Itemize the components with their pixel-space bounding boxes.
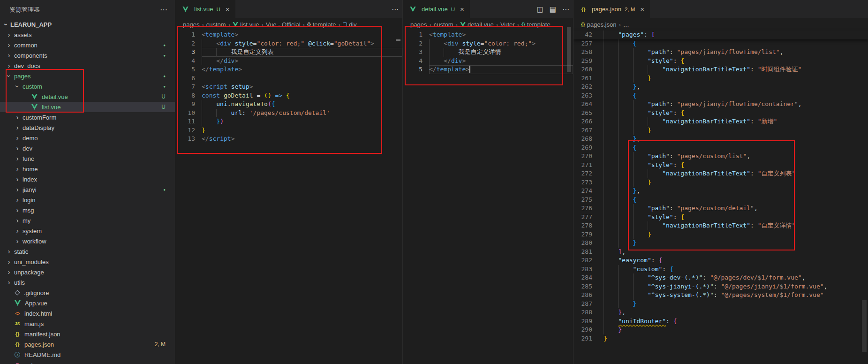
breadcrumb-item[interactable]: {}template bbox=[521, 21, 551, 28]
tree-item-workflow[interactable]: ›workflow bbox=[0, 236, 175, 246]
code-line[interactable]: 274 }, bbox=[574, 187, 868, 196]
code-line[interactable]: 280 } bbox=[574, 239, 868, 248]
breadcrumb-item[interactable]: {}template bbox=[307, 21, 336, 28]
code-line[interactable]: 270 "path": "pages/custom/list", bbox=[574, 152, 868, 161]
line-number[interactable]: 270 bbox=[574, 152, 592, 161]
line-number[interactable]: 261 bbox=[574, 74, 592, 83]
breadcrumb-item[interactable]: {}pages.json bbox=[581, 21, 616, 28]
code-line[interactable]: 258 "path": "pages/jianyi/flowTime/list"… bbox=[574, 48, 868, 57]
line-number[interactable]: 2 bbox=[175, 39, 195, 48]
editor-action-more-icon[interactable]: ⋯ bbox=[392, 5, 399, 14]
line-number[interactable]: 12 bbox=[175, 126, 195, 135]
line-number[interactable]: 280 bbox=[574, 239, 592, 248]
line-number[interactable]: 10 bbox=[175, 109, 195, 118]
code-line[interactable]: 3 我是自定义详情 bbox=[403, 48, 573, 57]
chevron-right-icon[interactable]: › bbox=[13, 206, 22, 214]
code-line[interactable]: 283 "custom": { bbox=[574, 265, 868, 274]
code-line[interactable]: 260 "navigationBarTitleText": "时间组件验证" bbox=[574, 65, 868, 74]
chevron-right-icon[interactable]: › bbox=[13, 165, 22, 173]
line-number[interactable]: 42 bbox=[574, 30, 592, 39]
chevron-right-icon[interactable]: › bbox=[5, 52, 13, 59]
close-icon[interactable]: × bbox=[226, 5, 230, 13]
tree-item-utils[interactable]: ›utils bbox=[0, 277, 175, 288]
scrollbar-thumb[interactable] bbox=[862, 300, 867, 352]
tree-item-func[interactable]: ›func bbox=[0, 153, 175, 164]
code-line[interactable]: 264 "path": "pages/jianyi/flowTime/conta… bbox=[574, 100, 868, 109]
tree-item-static[interactable]: ›static bbox=[0, 246, 175, 257]
line-number[interactable]: 278 bbox=[574, 221, 592, 230]
line-number[interactable]: 260 bbox=[574, 65, 592, 74]
tab-detail-vue[interactable]: detail.vue U × bbox=[403, 0, 470, 18]
line-number[interactable]: 6 bbox=[175, 74, 195, 83]
line-number[interactable]: 276 bbox=[574, 204, 592, 213]
chevron-right-icon[interactable]: › bbox=[13, 196, 22, 204]
line-number[interactable]: 7 bbox=[175, 83, 195, 91]
line-number[interactable]: 11 bbox=[175, 117, 195, 126]
code-line[interactable]: 5</template> bbox=[403, 65, 573, 74]
code-line[interactable]: 269 { bbox=[574, 144, 868, 152]
code-line[interactable]: 5</template> bbox=[175, 65, 402, 74]
tree-item-system[interactable]: ›system bbox=[0, 226, 175, 236]
code-line[interactable]: 278 "navigationBarTitleText": "自定义详情" bbox=[574, 221, 868, 230]
breadcrumb-item[interactable]: custom bbox=[206, 21, 226, 28]
more-actions-icon[interactable]: ⋯ bbox=[160, 5, 167, 14]
chevron-right-icon[interactable]: › bbox=[13, 237, 22, 245]
line-number[interactable]: 284 bbox=[574, 273, 592, 282]
code-line[interactable]: 259 "style": { bbox=[574, 57, 868, 66]
chevron-right-icon[interactable]: › bbox=[5, 62, 13, 69]
tree-item-uni-modules[interactable]: ›uni_modules bbox=[0, 257, 175, 267]
code-line[interactable]: 277 "style": { bbox=[574, 213, 868, 222]
code-line[interactable]: 1<template> bbox=[403, 30, 573, 39]
breadcrumb-item[interactable]: Vue - Official bbox=[266, 21, 301, 28]
line-number[interactable]: 279 bbox=[574, 230, 592, 239]
code-line[interactable]: 285 "^sys-jianyi-(.*)": "@/pages/jianyi/… bbox=[574, 282, 868, 291]
tree-item-unpackage[interactable]: ›unpackage bbox=[0, 267, 175, 277]
code-editor-detail-vue[interactable]: 1<template>2 <div style="color: red;">3 … bbox=[403, 30, 573, 74]
line-number[interactable]: 263 bbox=[574, 91, 592, 100]
line-number[interactable]: 268 bbox=[574, 135, 592, 144]
line-number[interactable]: 4 bbox=[175, 57, 195, 66]
tree-item-main-js[interactable]: ›JSmain.js bbox=[0, 318, 175, 329]
line-number[interactable]: 4 bbox=[403, 57, 423, 66]
line-number[interactable]: 291 bbox=[574, 334, 592, 343]
breadcrumb-item[interactable]: pages bbox=[410, 21, 427, 28]
code-line[interactable]: 289 "uniIdRouter": { bbox=[574, 317, 868, 326]
editor-action-layout-icon[interactable]: ▤ bbox=[550, 5, 556, 14]
code-line[interactable]: 3 我是自定义列表 bbox=[175, 48, 402, 57]
tree-item-custom[interactable]: ›custom● bbox=[0, 81, 175, 91]
line-number[interactable]: 267 bbox=[574, 126, 592, 135]
code-line[interactable]: 261 } bbox=[574, 74, 868, 83]
code-line[interactable]: 11 }) bbox=[175, 117, 402, 126]
line-number[interactable]: 3 bbox=[175, 48, 195, 57]
tree-item-pages[interactable]: ›pages● bbox=[0, 71, 175, 81]
code-line[interactable]: 279 } bbox=[574, 230, 868, 239]
code-line[interactable]: 1<template> bbox=[175, 30, 402, 39]
line-number[interactable]: 290 bbox=[574, 326, 592, 334]
tree-item-list-vue[interactable]: ›list.vueU bbox=[0, 102, 175, 112]
tree-item-index[interactable]: ›index bbox=[0, 174, 175, 184]
tree-item-manifest-json[interactable]: ›{}manifest.json bbox=[0, 329, 175, 339]
code-line[interactable]: 265 "style": { bbox=[574, 109, 868, 118]
breadcrumb-item[interactable]: … bbox=[623, 21, 629, 28]
chevron-right-icon[interactable]: › bbox=[13, 114, 22, 121]
chevron-right-icon[interactable]: › bbox=[13, 144, 22, 152]
code-line[interactable]: 281 ], bbox=[574, 248, 868, 257]
tree-item-common[interactable]: ›common● bbox=[0, 40, 175, 50]
code-line[interactable]: 266 "navigationBarTitleText": "新增" bbox=[574, 117, 868, 126]
breadcrumb-item[interactable]: Vuter bbox=[500, 21, 515, 28]
chevron-right-icon[interactable]: › bbox=[5, 248, 13, 255]
code-line[interactable]: 272 "navigationBarTitleText": "自定义列表" bbox=[574, 169, 868, 178]
sticky-scroll-line[interactable]: 42 "pages": [ bbox=[574, 30, 868, 39]
chevron-right-icon[interactable]: › bbox=[13, 134, 22, 142]
code-line[interactable]: 288 }, bbox=[574, 308, 868, 317]
code-line[interactable]: 9 uni.navigateTo({ bbox=[175, 100, 402, 109]
code-line[interactable]: 7<script setup> bbox=[175, 83, 402, 91]
code-line[interactable]: 268 }, bbox=[574, 135, 868, 144]
tree-item-demo[interactable]: ›demo bbox=[0, 133, 175, 143]
line-number[interactable]: 8 bbox=[175, 91, 195, 100]
chevron-right-icon[interactable]: › bbox=[13, 124, 22, 131]
chevron-right-icon[interactable]: › bbox=[13, 227, 22, 235]
code-line[interactable]: 287 } bbox=[574, 300, 868, 309]
code-editor-pages-json[interactable]: 42 "pages": [257 {258 "path": "pages/jia… bbox=[574, 30, 868, 343]
code-line[interactable]: 2 <div style="color: red;" @click="goDet… bbox=[175, 39, 402, 48]
